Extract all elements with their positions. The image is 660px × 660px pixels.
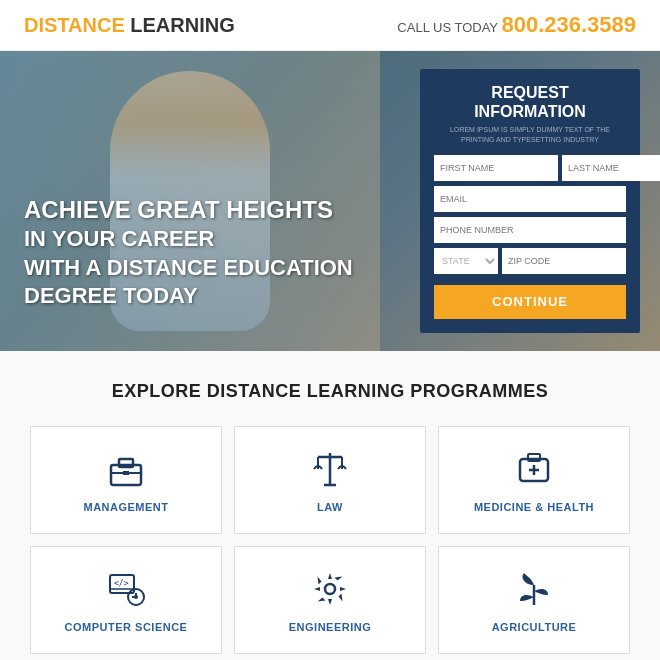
svg-point-19 (134, 595, 138, 599)
hero-line1: ACHIEVE GREAT HEIGHTS (24, 196, 333, 223)
prog-card-law[interactable]: LAW (234, 426, 426, 534)
email-input[interactable] (434, 186, 626, 212)
management-icon (104, 447, 148, 491)
hero-headline: ACHIEVE GREAT HEIGHTS IN YOUR CAREER WIT… (24, 194, 353, 311)
computer-science-label: COMPUTER SCIENCE (65, 621, 188, 633)
engineering-icon (308, 567, 352, 611)
programmes-section: EXPLORE DISTANCE LEARNING PROGRAMMES MAN… (0, 351, 660, 660)
computer-science-icon: </> (104, 567, 148, 611)
form-email-row (434, 186, 626, 212)
logo-distance: DISTANCE (24, 14, 125, 36)
continue-button[interactable]: CONTINUE (434, 285, 626, 319)
prog-card-computer-science[interactable]: </> COMPUTER SCIENCE (30, 546, 222, 654)
phone-input[interactable] (434, 217, 626, 243)
medicine-label: MEDICINE & HEALTH (474, 501, 594, 513)
hero-text: ACHIEVE GREAT HEIGHTS IN YOUR CAREER WIT… (24, 194, 353, 311)
prog-card-medicine[interactable]: MEDICINE & HEALTH (438, 426, 630, 534)
call-label: CALL US TODAY (397, 20, 497, 35)
agriculture-label: AGRICULTURE (492, 621, 577, 633)
prog-card-management[interactable]: MANAGEMENT (30, 426, 222, 534)
form-title: REQUEST INFORMATION (434, 83, 626, 121)
hero-line4: DEGREE TODAY (24, 283, 198, 308)
site-header: DISTANCE LEARNING CALL US TODAY 800.236.… (0, 0, 660, 51)
state-select[interactable]: STATE (434, 248, 498, 274)
logo-learning: LEARNING (130, 14, 234, 36)
prog-card-agriculture[interactable]: AGRICULTURE (438, 546, 630, 654)
programmes-grid: MANAGEMENT LAW (30, 426, 630, 654)
engineering-label: ENGINEERING (289, 621, 372, 633)
request-form-panel: REQUEST INFORMATION LOREM IPSUM IS SIMPL… (420, 69, 640, 333)
hero-section: ACHIEVE GREAT HEIGHTS IN YOUR CAREER WIT… (0, 51, 660, 351)
programmes-title: EXPLORE DISTANCE LEARNING PROGRAMMES (24, 381, 636, 402)
svg-rect-3 (123, 471, 129, 475)
svg-text:</>: </> (114, 579, 129, 588)
law-icon (308, 447, 352, 491)
svg-point-20 (325, 584, 335, 594)
form-subtitle: LOREM IPSUM IS SIMPLY DUMMY TEXT OF THE … (434, 125, 626, 145)
prog-card-engineering[interactable]: ENGINEERING (234, 546, 426, 654)
logo: DISTANCE LEARNING (24, 14, 235, 37)
management-label: MANAGEMENT (83, 501, 168, 513)
form-phone-row (434, 217, 626, 243)
form-name-row (434, 155, 626, 181)
phone-number: 800.236.3589 (501, 12, 636, 37)
hero-line3: WITH A DISTANCE EDUCATION (24, 255, 353, 280)
form-state-zip-row: STATE (434, 248, 626, 274)
law-label: LAW (317, 501, 343, 513)
zip-input[interactable] (502, 248, 626, 274)
header-contact: CALL US TODAY 800.236.3589 (397, 12, 636, 38)
medicine-icon (512, 447, 556, 491)
agriculture-icon (512, 567, 556, 611)
svg-rect-1 (119, 459, 133, 467)
first-name-input[interactable] (434, 155, 558, 181)
last-name-input[interactable] (562, 155, 660, 181)
hero-line2: IN YOUR CAREER (24, 226, 214, 251)
